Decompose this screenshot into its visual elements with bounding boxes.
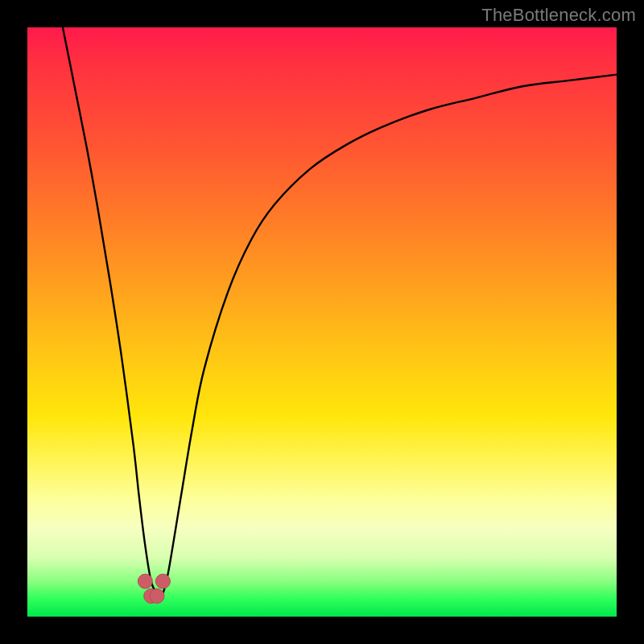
curve-path <box>63 27 617 596</box>
plot-area <box>27 27 617 617</box>
curve-marker-3 <box>155 574 170 588</box>
bottleneck-curve <box>27 27 617 617</box>
curve-marker-0 <box>138 574 152 588</box>
curve-marker-2 <box>150 588 164 603</box>
chart-frame: TheBottleneck.com <box>0 0 644 644</box>
watermark-text: TheBottleneck.com <box>481 5 636 26</box>
